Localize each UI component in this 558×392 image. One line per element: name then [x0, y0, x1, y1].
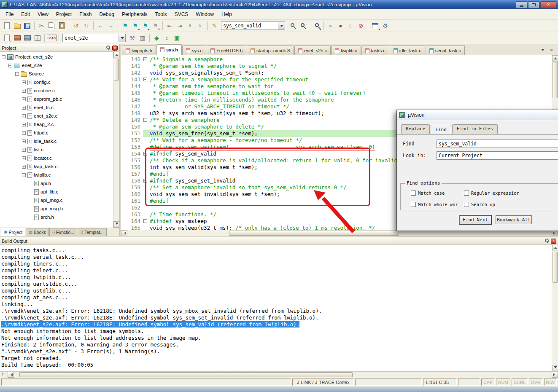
- editor-tab-lwiplib-c[interactable]: lwiplib.c: [331, 46, 361, 55]
- tree-item-api-lib-c[interactable]: api_lib.c: [0, 188, 113, 196]
- tree-item-api-msg-c[interactable]: api_msg.c: [0, 196, 113, 204]
- expand-plus-icon[interactable]: +: [22, 156, 26, 160]
- checkbox-regular-expressior[interactable]: Regular expressior: [464, 189, 558, 197]
- tree-item-api-msg-h[interactable]: api_msg.h: [0, 204, 113, 213]
- expand-plus-icon[interactable]: +: [22, 97, 26, 101]
- nav-forward-icon[interactable]: →: [106, 21, 116, 31]
- tree-item-lwip-task-c[interactable]: +lwip_task.c: [0, 162, 113, 171]
- output-line[interactable]: Finished: 2 information, 0 warning and 3…: [1, 341, 551, 348]
- tree-item-api-h[interactable]: api.h: [0, 179, 113, 188]
- expand-plus-icon[interactable]: +: [22, 165, 26, 169]
- disable-breakpoints-icon[interactable]: ◌: [346, 21, 356, 31]
- tab-close-button[interactable]: ✕: [548, 47, 555, 53]
- open-file-icon[interactable]: [12, 21, 22, 31]
- new-file-icon[interactable]: [2, 21, 12, 31]
- fold-icon[interactable]: −: [143, 219, 147, 223]
- collapse-minus-icon[interactable]: −: [2, 55, 5, 59]
- chevron-down-icon[interactable]: [278, 22, 285, 30]
- editor-tab-serial-task-c[interactable]: serial_task.c: [426, 46, 465, 55]
- find-text-combo[interactable]: sys_sem_valid: [221, 21, 285, 30]
- tree-item-enet-s2e[interactable]: −enet_s2e: [0, 61, 113, 70]
- tree-item-source[interactable]: −Source: [0, 70, 113, 78]
- editor-tab-enet-s2e-c[interactable]: enet_s2e.c: [294, 46, 331, 55]
- output-line[interactable]: compiling telnet.c...: [1, 267, 551, 274]
- translate-icon[interactable]: ✓: [2, 33, 12, 43]
- expand-plus-icon[interactable]: +: [22, 114, 26, 118]
- edit-marker-icon[interactable]: ✎: [210, 21, 219, 31]
- clear-bookmarks-icon[interactable]: ⚑✕: [151, 21, 160, 31]
- output-line[interactable]: ".\rvmdk\enet_s2e.axf" - 3 Error(s), 1 W…: [1, 348, 551, 355]
- tree-item-heap-2-c[interactable]: +heap_2.c: [0, 120, 113, 129]
- kill-breakpoints-icon[interactable]: ⊘: [356, 21, 366, 31]
- flash-download-icon[interactable]: LOAD: [47, 33, 57, 43]
- output-scrollbar[interactable]: [552, 245, 558, 371]
- next-bookmark-icon[interactable]: ⚑►: [140, 21, 150, 31]
- fold-icon[interactable]: −: [143, 118, 147, 122]
- find-dialog-tab-find-in-files[interactable]: Find in Files: [452, 124, 498, 134]
- pack-installer-icon[interactable]: ▣: [172, 33, 182, 43]
- editor-tab-idle-task-c[interactable]: idle_task.c: [390, 46, 425, 55]
- find-next-button[interactable]: Find Next: [459, 215, 491, 224]
- copy-icon[interactable]: [47, 21, 57, 31]
- fold-icon[interactable]: −: [143, 152, 147, 156]
- tree-item-arch-h[interactable]: arch.h: [0, 213, 113, 221]
- close-button[interactable]: ✕: [540, 1, 556, 8]
- output-line[interactable]: compiling at_aes.c...: [1, 294, 551, 301]
- minimize-button[interactable]: [516, 1, 527, 8]
- menu-item-view[interactable]: View: [34, 10, 52, 19]
- collapse-minus-icon[interactable]: −: [15, 72, 19, 76]
- fold-icon[interactable]: −: [143, 179, 147, 183]
- tree-item-lwiplib-c[interactable]: −lwiplib.c: [0, 171, 113, 179]
- project-panel-close-button[interactable]: ✕: [112, 46, 118, 51]
- editor-tab-lwipopts-h[interactable]: lwipopts.h: [122, 46, 156, 55]
- collapse-minus-icon[interactable]: −: [22, 173, 26, 177]
- fold-icon[interactable]: −: [143, 57, 147, 61]
- pin-icon[interactable]: [106, 46, 111, 50]
- tree-item-locator-c[interactable]: +locator.c: [0, 154, 113, 162]
- output-line[interactable]: Target not created.: [1, 355, 551, 362]
- collapse-minus-icon[interactable]: −: [8, 64, 12, 67]
- output-line[interactable]: compiling timers.c...: [1, 260, 551, 267]
- editor-tab-tasks-c[interactable]: tasks.c: [361, 46, 389, 55]
- expand-plus-icon[interactable]: +: [22, 81, 26, 84]
- menu-item-debug[interactable]: Debug: [96, 10, 118, 19]
- output-line[interactable]: Build Time Elapsed: 00:00:05: [1, 362, 551, 368]
- breakpoint-icon[interactable]: ●: [336, 21, 345, 31]
- scroll-down-icon[interactable]: [113, 221, 119, 228]
- tree-item-enet-s2e-c[interactable]: +enet_s2e.c: [0, 112, 113, 120]
- output-line[interactable]: compiling tasks.c...: [1, 247, 551, 254]
- expand-plus-icon[interactable]: +: [22, 123, 26, 126]
- debug-windows-icon[interactable]: ▾: [370, 21, 380, 31]
- expand-plus-icon[interactable]: +: [22, 89, 26, 93]
- tree-item-config-c[interactable]: +config.c: [0, 78, 113, 86]
- panel-tab-project[interactable]: ▣Project: [1, 228, 25, 236]
- menu-item-tools[interactable]: Tools: [151, 10, 171, 19]
- panel-tab-books[interactable]: ▤Books: [26, 228, 49, 236]
- prev-bookmark-icon[interactable]: ⚑◄: [130, 21, 140, 31]
- scroll-up-icon[interactable]: [552, 55, 558, 62]
- look-in-select[interactable]: Current Project: [437, 151, 558, 160]
- tree-item-list-c[interactable]: +list.c: [0, 145, 113, 154]
- nav-back-icon[interactable]: ←: [96, 21, 105, 31]
- batch-build-icon[interactable]: [32, 33, 42, 43]
- bookmark-all-button[interactable]: Bookmark All: [496, 215, 532, 224]
- editor-tab-freertos-h[interactable]: FreeRTOS.h: [207, 46, 246, 55]
- scroll-thumb[interactable]: [229, 231, 399, 236]
- configure-wrench-icon[interactable]: ⚙: [380, 21, 390, 31]
- menu-item-file[interactable]: File: [2, 10, 17, 19]
- indent-icon[interactable]: ⇥: [175, 21, 185, 31]
- menu-item-window[interactable]: Window: [192, 10, 218, 19]
- find-dialog-tab-replace[interactable]: Replace: [401, 124, 430, 134]
- build-output-close-button[interactable]: ✕: [551, 239, 556, 244]
- build-icon[interactable]: [12, 33, 22, 43]
- file-extensions-icon[interactable]: ▥: [137, 33, 147, 43]
- panel-tab-functio[interactable]: {}Functio...: [49, 228, 77, 236]
- menu-item-help[interactable]: Help: [218, 10, 236, 19]
- checkbox-match-case[interactable]: Match case: [411, 189, 464, 197]
- bottom-hscrollbar[interactable]: F:: [0, 371, 558, 378]
- save-icon[interactable]: [22, 21, 32, 31]
- menu-item-flash[interactable]: Flash: [75, 10, 95, 19]
- checkbox-match-whole-wor[interactable]: Match whole wor: [411, 200, 464, 208]
- redo-icon[interactable]: ↻: [81, 21, 91, 31]
- find-dialog-tab-find[interactable]: Find: [431, 125, 451, 134]
